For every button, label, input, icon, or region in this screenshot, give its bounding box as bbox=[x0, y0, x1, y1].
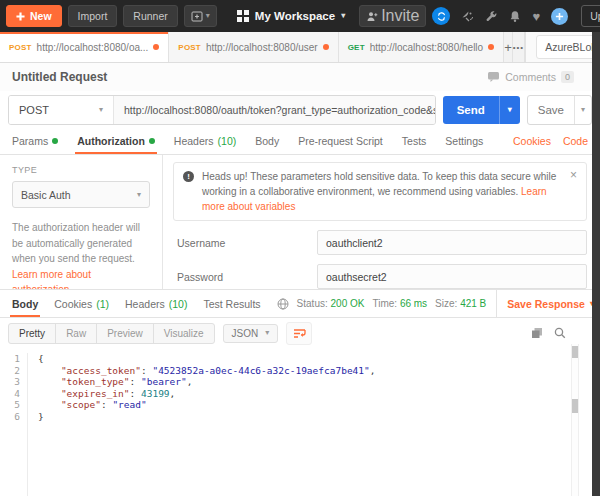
workspace-switcher[interactable]: My Workspace ▾ bbox=[237, 10, 345, 22]
more-tabs-button[interactable]: ••• bbox=[513, 32, 525, 62]
upgrade-label: Upgrade bbox=[582, 6, 600, 26]
auth-type-select[interactable]: Basic Auth ▾ bbox=[12, 181, 150, 208]
token: "scope" bbox=[61, 399, 101, 410]
copy-icon[interactable] bbox=[531, 327, 543, 339]
tab-url: http://localhost:8080/hello bbox=[370, 42, 483, 53]
cookies-link[interactable]: Cookies bbox=[513, 135, 551, 147]
window-scrollbar[interactable] bbox=[592, 32, 600, 496]
send-label: Send bbox=[443, 96, 499, 124]
chevron-down-icon: ▾ bbox=[508, 106, 512, 114]
line-number: 6 bbox=[0, 411, 20, 423]
code-link[interactable]: Code bbox=[563, 135, 588, 147]
request-tab[interactable]: POSThttp://localhost:8080/oa... bbox=[0, 32, 169, 62]
wrench-icon[interactable] bbox=[485, 10, 498, 23]
tab-settings[interactable]: Settings bbox=[445, 128, 483, 154]
format-select[interactable]: JSON ▾ bbox=[223, 324, 279, 343]
new-button[interactable]: New bbox=[6, 5, 62, 27]
view-mode-group: PrettyRawPreviewVisualize bbox=[8, 323, 215, 344]
line-number: 4 bbox=[0, 388, 20, 400]
new-window-icon bbox=[191, 11, 203, 22]
response-tab-body[interactable]: Body bbox=[12, 290, 38, 317]
token: : bbox=[141, 365, 152, 376]
tab-label: Authorization bbox=[77, 135, 145, 147]
token: , bbox=[170, 388, 176, 399]
send-button[interactable]: Send ▾ bbox=[443, 96, 520, 124]
postman-app: New Import Runner ▾ My Workspace ▾ Invit… bbox=[0, 0, 600, 496]
format-value: JSON bbox=[232, 328, 259, 339]
tab-label: Tests bbox=[402, 135, 427, 147]
response-scrollbar[interactable] bbox=[571, 344, 579, 496]
view-mode-raw[interactable]: Raw bbox=[56, 324, 97, 343]
method-select[interactable]: POST ▾ bbox=[9, 96, 114, 124]
response-tab-test-results[interactable]: Test Results bbox=[203, 290, 260, 317]
username-field[interactable]: oauthclient2 bbox=[317, 230, 587, 255]
response-toolbar-right bbox=[531, 327, 592, 339]
token: { bbox=[38, 353, 44, 364]
sensitive-data-warning: ! Heads up! These parameters hold sensit… bbox=[173, 162, 587, 221]
request-tab[interactable]: POSThttp://localhost:8080/user bbox=[169, 32, 338, 62]
add-tab-button[interactable]: + bbox=[504, 32, 513, 62]
workspace-label: My Workspace bbox=[255, 10, 335, 22]
tab-body[interactable]: Body bbox=[255, 128, 279, 154]
status-value: 200 OK bbox=[331, 298, 365, 309]
auth-description: The authorization header will be automat… bbox=[12, 220, 150, 298]
response-tab-headers[interactable]: Headers(10) bbox=[125, 290, 187, 317]
send-options-caret[interactable]: ▾ bbox=[499, 96, 520, 124]
heart-icon[interactable]: ♥ bbox=[532, 10, 540, 23]
chevron-down-icon: ▾ bbox=[206, 12, 210, 20]
runner-button[interactable]: Runner bbox=[123, 5, 177, 27]
import-button[interactable]: Import bbox=[68, 5, 118, 27]
password-field[interactable]: oauthsecret2 bbox=[317, 264, 587, 289]
url-box: POST ▾ http://localhost:8080/oauth/token… bbox=[8, 95, 436, 125]
response-toolbar: PrettyRawPreviewVisualize JSON ▾ bbox=[0, 318, 600, 348]
response-body-viewer[interactable]: 123456 { "access_token": "4523852a-a0ec-… bbox=[0, 348, 600, 496]
invite-user-icon bbox=[366, 11, 378, 22]
save-button[interactable]: Save ▾ bbox=[527, 95, 592, 125]
upgrade-button[interactable]: Upgrade ▾ bbox=[581, 5, 600, 27]
close-icon[interactable]: × bbox=[570, 169, 577, 181]
request-title[interactable]: Untitled Request bbox=[12, 70, 107, 84]
comments-count-badge: 0 bbox=[561, 71, 574, 83]
modified-dot bbox=[52, 138, 58, 144]
token: : bbox=[101, 399, 112, 410]
password-label: Password bbox=[173, 271, 317, 283]
request-tab[interactable]: GEThttp://localhost:8080/hello bbox=[339, 32, 504, 62]
request-tab-bar: ParamsAuthorizationHeaders(10)BodyPre-re… bbox=[0, 128, 600, 155]
tab-label: Pre-request Script bbox=[298, 135, 383, 147]
url-input[interactable]: http://localhost:8080/oauth/token?grant_… bbox=[114, 96, 435, 124]
response-tab-list: BodyCookies(1)Headers(10)Test Results bbox=[12, 290, 261, 317]
tab-url: http://localhost:8080/user bbox=[206, 42, 318, 53]
top-icon-row: ♥ Upgrade ▾ bbox=[432, 5, 600, 27]
invite-button[interactable]: Invite bbox=[359, 5, 426, 27]
view-mode-pretty[interactable]: Pretty bbox=[9, 324, 56, 343]
search-icon[interactable] bbox=[554, 327, 566, 339]
satellite-icon[interactable] bbox=[461, 10, 474, 23]
scrollbar-thumb[interactable] bbox=[572, 399, 578, 413]
plus-icon bbox=[16, 12, 25, 21]
view-mode-preview[interactable]: Preview bbox=[97, 324, 154, 343]
save-options-caret[interactable]: ▾ bbox=[574, 96, 591, 124]
environment-select[interactable]: AzureBLob ▾ bbox=[536, 35, 600, 59]
tab-pre-request-script[interactable]: Pre-request Script bbox=[298, 128, 383, 154]
bell-icon[interactable] bbox=[509, 10, 521, 23]
new-window-button[interactable]: ▾ bbox=[184, 5, 217, 27]
wrap-text-button[interactable] bbox=[286, 322, 312, 345]
line-number: 1 bbox=[0, 353, 20, 365]
tab-strip: POSThttp://localhost:8080/oa...POSThttp:… bbox=[0, 32, 600, 63]
time-label: Time: 66 ms bbox=[372, 298, 427, 309]
tab-headers[interactable]: Headers(10) bbox=[174, 128, 236, 154]
scrollbar-thumb[interactable] bbox=[572, 346, 578, 358]
save-response-button[interactable]: Save Response ▾ bbox=[496, 290, 594, 317]
tab-authorization[interactable]: Authorization bbox=[77, 128, 155, 154]
help-plus-icon[interactable] bbox=[551, 8, 568, 25]
comments-button[interactable]: Comments 0 bbox=[487, 71, 574, 83]
chevron-down-icon: ▾ bbox=[137, 191, 141, 199]
code-line: { bbox=[38, 353, 376, 365]
code-line: "expires_in": 43199, bbox=[38, 388, 376, 400]
info-icon: ! bbox=[183, 171, 194, 182]
tab-tests[interactable]: Tests bbox=[402, 128, 427, 154]
response-tab-cookies[interactable]: Cookies(1) bbox=[54, 290, 109, 317]
sync-icon[interactable] bbox=[432, 7, 450, 25]
tab-params[interactable]: Params bbox=[12, 128, 58, 154]
view-mode-visualize[interactable]: Visualize bbox=[154, 324, 214, 343]
